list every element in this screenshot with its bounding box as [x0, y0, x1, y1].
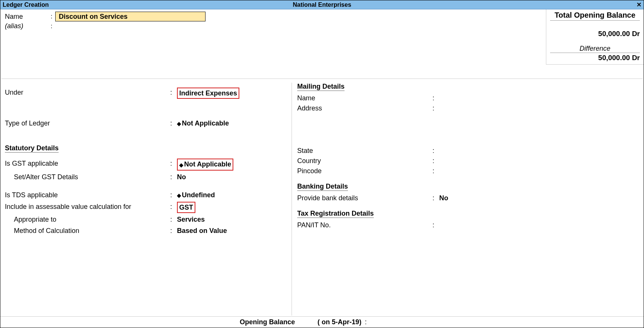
opening-balance-box: Total Opening Balance 50,000.00 Dr Diffe… — [546, 9, 644, 65]
mail-name-value[interactable] — [439, 93, 635, 103]
diamond-icon: ◆ — [177, 192, 181, 198]
mail-pincode-label: Pincode — [297, 166, 432, 176]
mail-name-label: Name — [297, 93, 432, 103]
method-calc-row: Method of Calculation : Based on Value — [5, 226, 290, 236]
colon: : — [432, 103, 439, 113]
pan-it-label: PAN/IT No. — [297, 220, 432, 230]
right-column: Mailing Details Name : Address : State : — [297, 83, 635, 237]
ledger-creation-window: Ledger Creation National Enterprises ✕ N… — [0, 0, 644, 328]
footer-bar: Opening Balance ( on 5-Apr-19) : — [0, 316, 644, 328]
colon: : — [432, 93, 439, 103]
colon: : — [170, 226, 177, 236]
alias-row: (alias) : — [5, 22, 55, 30]
mailing-section: Mailing Details Name : Address : State : — [297, 83, 635, 176]
mail-pincode-row: Pincode : — [297, 166, 635, 176]
mail-country-row: Country : — [297, 156, 635, 166]
colon: : — [432, 220, 439, 230]
colon: : — [432, 146, 439, 156]
name-row: Name : Discount on Services — [5, 12, 206, 21]
appropriate-to-label: Appropriate to — [5, 215, 170, 224]
method-calc-value[interactable]: Based on Value — [177, 226, 290, 236]
mailing-header: Mailing Details — [297, 83, 345, 91]
mail-country-value[interactable] — [439, 156, 635, 166]
colon: : — [170, 159, 177, 170]
colon: : — [170, 118, 177, 128]
mail-state-label: State — [297, 146, 432, 156]
include-assessable-row: Include in assessable value calculation … — [5, 202, 290, 213]
tds-applicable-label: Is TDS applicable — [5, 190, 170, 200]
colon: : — [170, 88, 177, 99]
colon: : — [51, 13, 52, 20]
include-assessable-label: Include in assessable value calculation … — [5, 202, 170, 213]
pan-it-row: PAN/IT No. : — [297, 220, 635, 230]
gst-applicable-row: Is GST applicable : ◆Not Applicable — [5, 159, 290, 170]
left-column: Under : Indirect Expenses Type of Ledger… — [5, 88, 290, 237]
alias-label: (alias) — [5, 22, 51, 30]
type-of-ledger-value[interactable]: ◆Not Applicable — [177, 118, 290, 128]
colon: : — [170, 215, 177, 224]
include-assessable-value[interactable]: GST — [177, 202, 290, 213]
tds-applicable-value[interactable]: ◆Undefined — [177, 190, 290, 200]
title-bar: Ledger Creation National Enterprises ✕ — [0, 0, 644, 9]
set-alter-gst-label: Set/Alter GST Details — [5, 172, 170, 182]
include-highlight: GST — [177, 202, 195, 213]
balance-amount: 50,000.00 Dr — [550, 21, 640, 45]
vertical-divider — [292, 83, 292, 316]
tax-reg-section: Tax Registration Details PAN/IT No. : — [297, 210, 635, 230]
close-icon[interactable]: ✕ — [636, 1, 641, 8]
ledger-name-input[interactable]: Discount on Services — [55, 12, 206, 21]
colon: : — [432, 193, 439, 203]
appropriate-to-value[interactable]: Services — [177, 215, 290, 224]
horizontal-divider — [1, 79, 643, 79]
colon: : — [432, 166, 439, 176]
set-alter-gst-row: Set/Alter GST Details : No — [5, 172, 290, 182]
mail-address-value[interactable] — [439, 103, 635, 113]
appropriate-to-row: Appropriate to : Services — [5, 215, 290, 224]
provide-bank-row: Provide bank details : No — [297, 193, 635, 203]
colon: : — [363, 318, 367, 326]
opening-balance-label: Opening Balance — [240, 318, 295, 326]
provide-bank-label: Provide bank details — [297, 193, 432, 203]
colon: : — [170, 190, 177, 200]
colon: : — [170, 172, 177, 182]
name-label: Name — [5, 13, 51, 21]
provide-bank-value[interactable]: No — [439, 193, 635, 203]
under-highlight: Indirect Expenses — [177, 88, 239, 99]
colon: : — [51, 23, 52, 30]
mail-address-row: Address : — [297, 103, 635, 113]
diamond-icon: ◆ — [179, 162, 183, 168]
difference-label: Difference — [550, 45, 640, 53]
type-of-ledger-row: Type of Ledger : ◆Not Applicable — [5, 118, 290, 128]
tax-reg-header: Tax Registration Details — [297, 210, 374, 218]
statutory-details-header: Statutory Details — [5, 144, 59, 153]
under-value[interactable]: Indirect Expenses — [177, 88, 290, 99]
type-of-ledger-label: Type of Ledger — [5, 118, 170, 128]
diamond-icon: ◆ — [177, 121, 181, 127]
balance-title: Total Opening Balance — [550, 11, 640, 21]
mail-address-label: Address — [297, 103, 432, 113]
mail-state-row: State : — [297, 146, 635, 156]
under-label: Under — [5, 88, 170, 99]
mail-name-row: Name : — [297, 93, 635, 103]
pan-it-value[interactable] — [439, 220, 635, 230]
mail-country-label: Country — [297, 156, 432, 166]
tds-applicable-row: Is TDS applicable : ◆Undefined — [5, 190, 290, 200]
mail-pincode-value[interactable] — [439, 166, 635, 176]
banking-header: Banking Details — [297, 183, 348, 191]
screen-title: Ledger Creation — [3, 2, 49, 8]
colon: : — [170, 202, 177, 213]
gst-applicable-label: Is GST applicable — [5, 159, 170, 170]
difference-amount: 50,000.00 Dr — [550, 53, 640, 62]
gst-highlight: ◆Not Applicable — [177, 159, 233, 170]
set-alter-gst-value[interactable]: No — [177, 172, 290, 182]
gst-applicable-value[interactable]: ◆Not Applicable — [177, 159, 290, 170]
colon: : — [432, 156, 439, 166]
company-name: National Enterprises — [293, 2, 351, 8]
banking-section: Banking Details Provide bank details : N… — [297, 183, 635, 203]
under-row: Under : Indirect Expenses — [5, 88, 290, 99]
mail-state-value[interactable] — [439, 146, 635, 156]
method-calc-label: Method of Calculation — [5, 226, 170, 236]
content-area: Name : Discount on Services (alias) : To… — [0, 9, 644, 328]
opening-balance-date: ( on 5-Apr-19) — [317, 318, 361, 326]
